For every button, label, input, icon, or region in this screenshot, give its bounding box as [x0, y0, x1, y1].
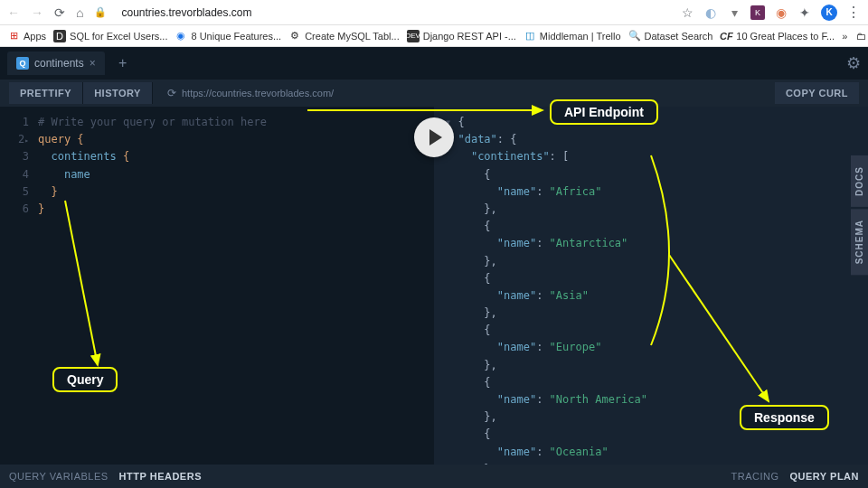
bookmark-item[interactable]: DSQL for Excel Users...: [53, 30, 167, 42]
copy-curl-button[interactable]: COPY CURL: [775, 82, 859, 104]
tracing-tab[interactable]: TRACING: [731, 471, 778, 482]
bookmark-item[interactable]: CF10 Great Places to F...: [720, 30, 835, 42]
extensions-icon[interactable]: ✦: [797, 5, 812, 20]
schema-button[interactable]: SCHEMA: [851, 209, 868, 275]
close-icon[interactable]: ×: [90, 57, 96, 70]
query-tab[interactable]: Q continents ×: [7, 52, 105, 75]
back-icon[interactable]: ←: [7, 5, 20, 20]
tab-label: continents: [34, 57, 84, 70]
side-rail: DOCS SCHEMA: [851, 155, 868, 277]
playground-footer: QUERY VARIABLES HTTP HEADERS TRACING QUE…: [0, 465, 868, 488]
docs-button[interactable]: DOCS: [851, 155, 868, 207]
history-button[interactable]: HISTORY: [83, 82, 153, 104]
bookmark-item[interactable]: ◉8 Unique Features...: [175, 30, 281, 42]
home-icon[interactable]: ⌂: [76, 5, 83, 20]
kebab-menu-icon[interactable]: ⋮: [846, 4, 861, 21]
extension-icon-3[interactable]: K: [750, 5, 765, 20]
apps-shortcut[interactable]: ⊞Apps: [7, 30, 46, 42]
tab-bar: Q continents × + ⚙: [0, 47, 868, 80]
profile-avatar[interactable]: K: [821, 5, 837, 21]
query-variables-tab[interactable]: QUERY VARIABLES: [9, 471, 108, 482]
graphql-playground: Q continents × + ⚙ PRETTIFY HISTORY ⟳ ht…: [0, 47, 868, 488]
query-editor[interactable]: 1# Write your query or mutation here 2▸q…: [0, 107, 434, 465]
extension-icon-4[interactable]: ◉: [774, 5, 788, 20]
bookmark-item[interactable]: ⚙Create MySQL Tabl...: [288, 30, 400, 42]
execute-button[interactable]: [414, 117, 454, 157]
browser-top-bar: ← → ⟳ ⌂ 🔒 countries.trevorblades.com ☆ ◐…: [0, 0, 868, 25]
bookmark-bar: ⊞Apps DSQL for Excel Users... ◉8 Unique …: [0, 25, 868, 47]
endpoint-input[interactable]: ⟳ https://countries.trevorblades.com/: [160, 83, 775, 103]
gear-icon[interactable]: ⚙: [846, 53, 861, 73]
bookmark-item[interactable]: 🔍Dataset Search: [628, 30, 713, 42]
add-tab-button[interactable]: +: [112, 52, 134, 74]
prettify-button[interactable]: PRETTIFY: [9, 82, 83, 104]
http-headers-tab[interactable]: HTTP HEADERS: [119, 471, 202, 482]
forward-icon[interactable]: →: [31, 5, 43, 20]
play-icon: [429, 129, 442, 145]
star-icon[interactable]: ☆: [680, 5, 694, 20]
bookmark-overflow[interactable]: »: [842, 31, 847, 42]
bookmark-item[interactable]: ◫Middleman | Trello: [524, 30, 621, 42]
query-plan-tab[interactable]: QUERY PLAN: [789, 471, 859, 482]
extension-icon-1[interactable]: ◐: [703, 5, 718, 20]
response-viewer[interactable]: ▾ { "data": { "continents": [ { "name": …: [434, 107, 868, 465]
lock-icon: 🔒: [94, 6, 107, 18]
url-bar[interactable]: countries.trevorblades.com: [118, 6, 669, 19]
playground-toolbar: PRETTIFY HISTORY ⟳ https://countries.tre…: [0, 80, 868, 107]
editor-area: 1# Write your query or mutation here 2▸q…: [0, 107, 868, 465]
other-bookmarks[interactable]: 🗀Other bookmarks: [854, 30, 868, 42]
query-tab-icon: Q: [16, 57, 29, 70]
reload-icon[interactable]: ⟳: [54, 5, 65, 20]
reload-endpoint-icon[interactable]: ⟳: [167, 87, 176, 99]
bookmark-item[interactable]: DEVDjango REST API -...: [407, 30, 516, 42]
extension-icon-2[interactable]: ▾: [727, 5, 741, 20]
